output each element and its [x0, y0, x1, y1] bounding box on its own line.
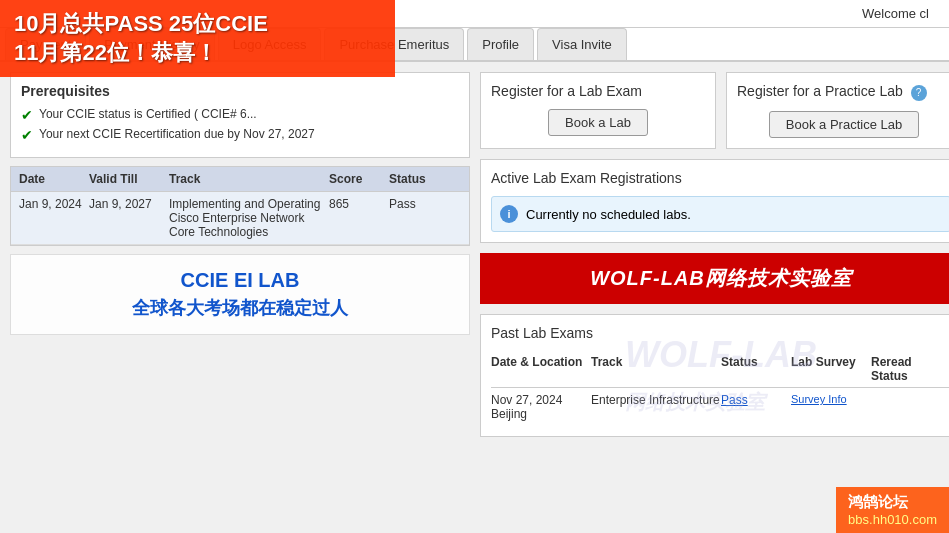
no-scheduled-labs-info: i Currently no scheduled labs. [491, 196, 949, 232]
past-table-row: Nov 27, 2024 Beijing Enterprise Infrastr… [491, 388, 949, 426]
promo-line1: 10月总共PASS 25位CCIE [14, 10, 381, 39]
past-col-status: Status [721, 355, 791, 383]
no-labs-message: Currently no scheduled labs. [526, 207, 691, 222]
check-icon-1: ✔ [21, 107, 33, 123]
active-registrations-section: Active Lab Exam Registrations i Currentl… [480, 159, 949, 243]
row-track: Implementing and Operating Cisco Enterpr… [169, 197, 329, 239]
prereq-text-2: Your next CCIE Recertification due by No… [39, 127, 315, 141]
register-practice-lab-title: Register for a Practice Lab ? [737, 83, 949, 101]
past-row-track: Enterprise Infrastructure [591, 393, 721, 421]
past-table-header: Date & Location Track Status Lab Survey … [491, 351, 949, 388]
promo-overlay: 10月总共PASS 25位CCIE 11月第22位！恭喜！ [0, 0, 395, 77]
practice-lab-help-icon[interactable]: ? [911, 85, 927, 101]
row-valid-till: Jan 9, 2027 [89, 197, 169, 239]
ccie-table: Date Valid Till Track Score Status Jan 9… [10, 166, 470, 246]
col-date: Date [19, 172, 89, 186]
past-col-date: Date & Location [491, 355, 591, 383]
col-score: Score [329, 172, 389, 186]
forum-overlay: 鸿鹄论坛 bbs.hh010.com [836, 487, 949, 533]
register-lab-exam-title: Register for a Lab Exam [491, 83, 705, 99]
prerequisites-title: Prerequisites [21, 83, 459, 99]
row-status: Pass [389, 197, 449, 239]
past-col-track: Track [591, 355, 721, 383]
wolflab-banner: WOLF-LAB网络技术实验室 [480, 253, 949, 304]
welcome-text: Welcome cl [862, 6, 929, 21]
book-practice-lab-button[interactable]: Book a Practice Lab [769, 111, 919, 138]
prereq-item-1: ✔ Your CCIE status is Certified ( CCIE# … [21, 107, 459, 123]
past-row-reread [871, 393, 949, 421]
ccie-title: CCIE EI LAB [25, 269, 455, 292]
past-row-date: Nov 27, 2024 Beijing [491, 393, 591, 421]
col-status: Status [389, 172, 449, 186]
right-panel: Register for a Lab Exam Book a Lab Regis… [480, 72, 949, 437]
check-icon-2: ✔ [21, 127, 33, 143]
col-track: Track [169, 172, 329, 186]
prereq-text-1: Your CCIE status is Certified ( CCIE# 6.… [39, 107, 257, 121]
book-a-lab-button[interactable]: Book a Lab [548, 109, 648, 136]
forum-name: 鸿鹄论坛 [848, 493, 937, 512]
forum-url[interactable]: bbs.hh010.com [848, 512, 937, 527]
past-col-reread: Reread Status [871, 355, 949, 383]
main-content: Prerequisites ✔ Your CCIE status is Cert… [0, 62, 949, 447]
tab-visa-invite[interactable]: Visa Invite [537, 28, 627, 60]
register-section: Register for a Lab Exam Book a Lab Regis… [480, 72, 949, 149]
table-header: Date Valid Till Track Score Status [11, 167, 469, 192]
past-row-survey[interactable]: Survey Info [791, 393, 871, 421]
ccie-subtitle: 全球各大考场都在稳定过人 [25, 296, 455, 320]
table-row: Jan 9, 2024 Jan 9, 2027 Implementing and… [11, 192, 469, 245]
left-panel: Prerequisites ✔ Your CCIE status is Cert… [10, 72, 470, 437]
row-date: Jan 9, 2024 [19, 197, 89, 239]
promo-line2: 11月第22位！恭喜！ [14, 39, 381, 68]
past-lab-exams: Past Lab Exams Date & Location Track Sta… [480, 314, 949, 437]
past-exams-table: Date & Location Track Status Lab Survey … [491, 351, 949, 426]
prerequisites-box: Prerequisites ✔ Your CCIE status is Cert… [10, 72, 470, 158]
col-valid-till: Valid Till [89, 172, 169, 186]
past-row-status[interactable]: Pass [721, 393, 791, 421]
active-registrations-title: Active Lab Exam Registrations [491, 170, 949, 186]
tab-profile[interactable]: Profile [467, 28, 534, 60]
register-practice-lab-box: Register for a Practice Lab ? Book a Pra… [726, 72, 949, 149]
prereq-item-2: ✔ Your next CCIE Recertification due by … [21, 127, 459, 143]
past-exams-title: Past Lab Exams [491, 325, 949, 341]
row-score: 865 [329, 197, 389, 239]
register-lab-exam-box: Register for a Lab Exam Book a Lab [480, 72, 716, 149]
ccie-promo: CCIE EI LAB 全球各大考场都在稳定过人 [10, 254, 470, 335]
info-icon: i [500, 205, 518, 223]
past-col-survey: Lab Survey [791, 355, 871, 383]
